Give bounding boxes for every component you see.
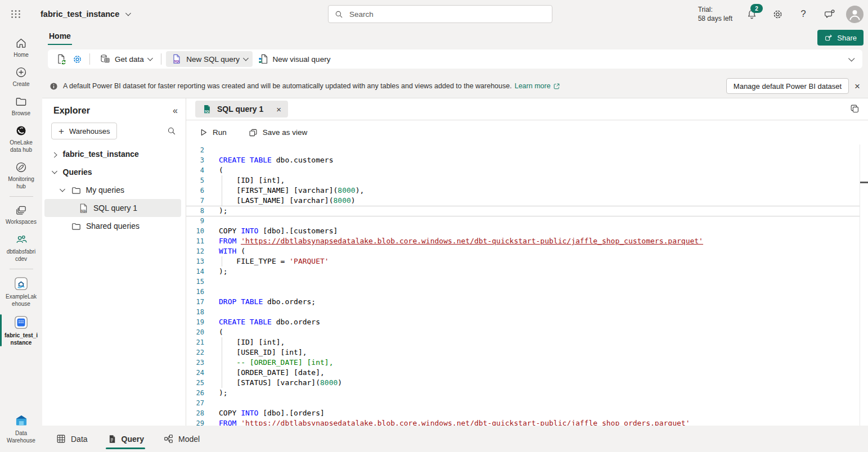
bottom-tab-query[interactable]: Query	[106, 428, 145, 450]
code-line-19[interactable]: 19CREATE TABLE dbo.orders	[186, 317, 868, 327]
code-line-15[interactable]: 15	[186, 277, 868, 287]
code-text: FROM 'https://dbtlabsynapsedatalake.blob…	[219, 418, 690, 426]
rail-item-home[interactable]: Home	[0, 33, 42, 62]
rail-item-label: Monitoringhub	[8, 175, 34, 190]
line-number: 28	[186, 408, 204, 418]
code-text: [STATUS] [varchar](8000)	[219, 378, 342, 388]
rail-item-dbtlabsfabricdev[interactable]: dbtlabsfabricdev	[0, 229, 42, 266]
code-line-5[interactable]: 5 [ID] [int],	[186, 175, 868, 186]
visual-query-icon	[258, 53, 269, 65]
code-line-13[interactable]: 13 FILE_TYPE = 'PARQUET'	[186, 256, 868, 266]
code-line-7[interactable]: 7 [LAST_NAME] [varchar](8000)	[186, 196, 868, 206]
rail-item-label: DataWarehouse	[7, 430, 35, 444]
code-line-16[interactable]: 16	[186, 287, 868, 297]
banner-message: A default Power BI dataset for faster re…	[63, 82, 512, 90]
global-search[interactable]	[328, 5, 552, 23]
line-number: 4	[186, 165, 204, 175]
line-number: 5	[186, 175, 204, 186]
code-text: COPY INTO [dbo].[customers]	[219, 226, 338, 236]
explorer-search-icon[interactable]	[167, 126, 177, 136]
code-line-2[interactable]: 2	[186, 145, 868, 155]
rail-item-monitoring-hub[interactable]: Monitoringhub	[0, 157, 42, 193]
code-line-8[interactable]: 8);	[186, 206, 868, 216]
code-line-27[interactable]: 27	[186, 398, 868, 408]
app-launcher-icon[interactable]	[3, 2, 28, 26]
topbar-actions: Trial: 58 days left 2 ?	[698, 0, 863, 28]
code-line-17[interactable]: 17DROP TABLE dbo.orders;	[186, 297, 868, 307]
code-line-9[interactable]: 9	[186, 216, 868, 226]
code-text: [ID] [int],	[219, 175, 285, 186]
chevron-down-icon[interactable]	[52, 168, 57, 173]
line-number: 19	[186, 317, 204, 327]
rail-item-browse[interactable]: Browse	[0, 91, 42, 120]
help-button[interactable]: ?	[794, 5, 812, 23]
settings-button[interactable]	[768, 5, 786, 23]
tree-item-fabric-test-instance[interactable]: fabric_test_instance	[44, 145, 181, 163]
sql-file-icon: SQL	[202, 104, 212, 114]
code-line-12[interactable]: 12WITH (	[186, 246, 868, 256]
collapse-panel-icon[interactable]: «	[173, 106, 178, 116]
code-line-25[interactable]: 25 [STATUS] [varchar](8000)	[186, 378, 868, 388]
tree-item-sql-query-1[interactable]: SQLSQL query 1	[44, 199, 181, 217]
chevron-right-icon[interactable]	[52, 152, 57, 157]
rail-item-create[interactable]: Create	[0, 62, 42, 91]
warehouse-settings-button[interactable]	[69, 51, 85, 67]
notifications-button[interactable]: 2	[743, 5, 761, 23]
refresh-report-button[interactable]	[53, 51, 69, 67]
feedback-button[interactable]	[820, 5, 838, 23]
explorer-tree: fabric_test_instanceQueriesMy queriesSQL…	[42, 145, 186, 235]
code-line-14[interactable]: 14);	[186, 266, 868, 277]
ribbon-collapse-button[interactable]	[849, 54, 853, 64]
search-input[interactable]	[348, 10, 519, 19]
code-line-6[interactable]: 6 [FIRST_NAME] [varchar](8000),	[186, 186, 868, 196]
code-line-18[interactable]: 18	[186, 307, 868, 317]
code-line-3[interactable]: 3CREATE TABLE dbo.customers	[186, 155, 868, 165]
run-button[interactable]: Run	[195, 127, 230, 138]
bottom-tab-data[interactable]: Data	[55, 428, 89, 450]
bottom-tab-label: Query	[122, 435, 144, 444]
copy-icon[interactable]	[849, 103, 860, 114]
rail-item-onelake-data-hub[interactable]: OneLakedata hub	[0, 120, 42, 157]
query-tab[interactable]: SQL SQL query 1 ×	[195, 101, 288, 117]
get-data-button[interactable]: Get data	[95, 51, 156, 67]
code-line-4[interactable]: 4(	[186, 165, 868, 175]
line-number: 27	[186, 398, 204, 408]
tree-item-shared-queries[interactable]: Shared queries	[44, 217, 181, 235]
tab-home[interactable]: Home	[48, 29, 72, 45]
learn-more-link[interactable]: Learn more	[515, 82, 560, 90]
avatar[interactable]	[846, 6, 863, 23]
code-line-20[interactable]: 20(	[186, 327, 868, 337]
workspace-title: fabric_test_instance	[41, 10, 119, 19]
banner-close-icon[interactable]: ×	[854, 82, 860, 91]
svg-text:SQL: SQL	[81, 209, 87, 212]
save-as-view-button[interactable]: Save as view	[245, 127, 311, 138]
new-visual-query-button[interactable]: New visual query	[253, 51, 336, 67]
rail-item-data-warehouse[interactable]: DataWarehouse	[0, 409, 42, 448]
new-sql-query-button[interactable]: SQL New SQL query	[166, 51, 252, 67]
rail-item-fabric-test-instance[interactable]: fabric_test_instance	[0, 311, 42, 350]
code-line-28[interactable]: 28COPY INTO [dbo].[orders]	[186, 408, 868, 418]
code-line-11[interactable]: 11FROM 'https://dbtlabsynapsedatalake.bl…	[186, 236, 868, 246]
code-line-21[interactable]: 21 [ID] [int],	[186, 337, 868, 347]
line-number: 18	[186, 307, 204, 317]
chevron-down-icon[interactable]	[60, 186, 65, 191]
bottom-tab-model[interactable]: Model	[162, 428, 201, 450]
sql-code-editor[interactable]: 23CREATE TABLE dbo.customers4(5 [ID] [in…	[186, 144, 868, 426]
code-line-22[interactable]: 22 [USER_ID] [int],	[186, 347, 868, 358]
rail-item-examplelakehouse[interactable]: ExampleLakehouse	[0, 272, 42, 311]
tree-item-my-queries[interactable]: My queries	[44, 181, 181, 199]
code-line-10[interactable]: 10COPY INTO [dbo].[customers]	[186, 226, 868, 236]
code-line-23[interactable]: 23 -- [ORDER_DATE] [int],	[186, 358, 868, 368]
tree-item-label: fabric_test_instance	[63, 150, 139, 159]
share-button[interactable]: Share	[817, 30, 863, 46]
add-warehouses-button[interactable]: + Warehouses	[51, 123, 117, 139]
code-line-26[interactable]: 26);	[186, 388, 868, 398]
line-number: 7	[186, 196, 204, 206]
manage-dataset-button[interactable]: Manage default Power BI dataset	[726, 78, 849, 94]
tree-item-queries[interactable]: Queries	[44, 163, 181, 181]
close-tab-icon[interactable]: ×	[276, 105, 281, 114]
code-line-24[interactable]: 24 [ORDER_DATE] [date],	[186, 368, 868, 378]
workspace-title-dropdown[interactable]: fabric_test_instance	[41, 10, 130, 19]
rail-item-workspaces[interactable]: Workspaces	[0, 200, 42, 229]
code-line-29[interactable]: 29FROM 'https://dbtlabsynapsedatalake.bl…	[186, 418, 868, 426]
